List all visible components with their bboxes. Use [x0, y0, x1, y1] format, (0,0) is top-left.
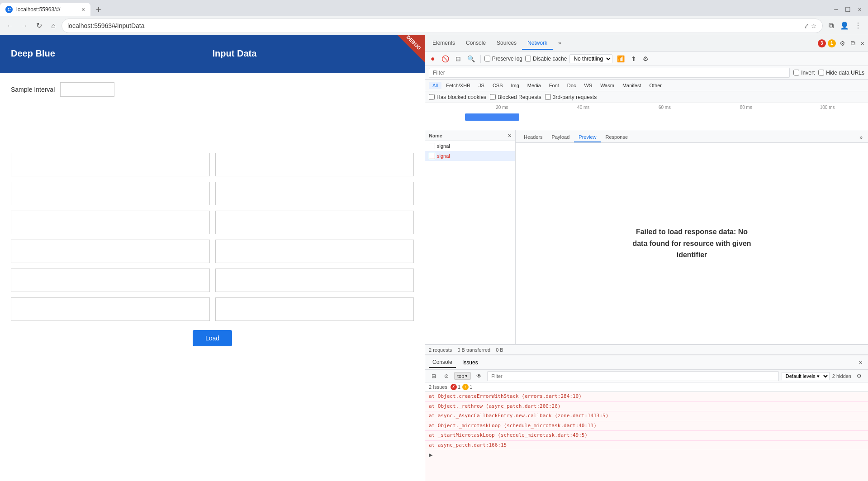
filter-all[interactable]: All [429, 82, 441, 89]
filter-wasm[interactable]: Wasm [597, 82, 618, 89]
filter-img[interactable]: Img [508, 82, 523, 89]
input-field-10[interactable] [215, 269, 414, 292]
share-icon[interactable]: ⤤ [804, 22, 809, 29]
console-tab-console[interactable]: Console [429, 357, 456, 368]
disable-cache-label[interactable]: Disable cache [525, 56, 567, 62]
input-field-1[interactable] [11, 153, 210, 176]
blocked-cookies-label[interactable]: Has blocked cookies [429, 94, 486, 100]
input-field-6[interactable] [215, 211, 414, 234]
detail-tab-response[interactable]: Response [601, 132, 632, 142]
input-field-3[interactable] [11, 182, 210, 205]
tab-console[interactable]: Console [460, 37, 491, 50]
filter-font[interactable]: Font [545, 82, 563, 89]
filter-doc[interactable]: Doc [564, 82, 580, 89]
clear-button[interactable]: 🚫 [440, 54, 451, 63]
hidden-count: 2 hidden [832, 373, 851, 379]
preserve-log-label[interactable]: Preserve log [484, 56, 522, 62]
hide-data-urls-label[interactable]: Hide data URLs [818, 70, 864, 76]
devtools-settings-button[interactable]: ⚙ [838, 38, 847, 49]
load-button[interactable]: Load [193, 330, 232, 346]
detail-tab-payload[interactable]: Payload [547, 132, 574, 142]
detail-close-button[interactable]: × [508, 132, 512, 139]
console-expand-arrow[interactable]: ▶ [425, 450, 868, 460]
input-field-9[interactable] [11, 269, 210, 292]
issues-error-count: ✗ 1 [451, 384, 460, 390]
hide-data-urls-checkbox[interactable] [818, 70, 824, 75]
forward-button[interactable]: → [18, 19, 31, 32]
home-button[interactable]: ⌂ [47, 19, 60, 32]
filter-css[interactable]: CSS [489, 82, 507, 89]
bookmark-icon[interactable]: ☆ [811, 22, 817, 29]
invert-checkbox[interactable] [793, 70, 799, 75]
sample-interval-input[interactable] [60, 82, 114, 97]
console-close-button[interactable]: × [857, 357, 864, 368]
back-button[interactable]: ← [4, 19, 16, 32]
input-field-4[interactable] [215, 182, 414, 205]
throttling-select[interactable]: No throttling [569, 54, 612, 63]
detail-tab-preview[interactable]: Preview [574, 132, 601, 142]
detail-tab-more[interactable]: » [858, 132, 864, 142]
input-field-2[interactable] [215, 153, 414, 176]
filter-fetch-xhr[interactable]: Fetch/XHR [442, 82, 474, 89]
input-field-5[interactable] [11, 211, 210, 234]
tab-elements[interactable]: Elements [427, 37, 460, 50]
tab-more[interactable]: » [553, 37, 567, 50]
console-dock-button[interactable]: ⊟ [429, 372, 439, 380]
search-button[interactable]: 🔍 [465, 54, 477, 63]
detail-tab-headers[interactable]: Headers [519, 132, 547, 142]
eye-button[interactable]: 👁 [474, 372, 484, 380]
filter-input[interactable] [429, 68, 790, 78]
new-tab-button[interactable]: + [92, 5, 105, 15]
filter-other[interactable]: Other [645, 82, 665, 89]
record-button[interactable]: ● [429, 54, 437, 64]
network-settings-button[interactable]: ⚙ [641, 54, 650, 63]
console-filter-input[interactable] [487, 371, 778, 381]
address-bar[interactable]: ⤤ ☆ [62, 19, 823, 33]
filter-media[interactable]: Media [524, 82, 545, 89]
address-input[interactable] [67, 22, 801, 29]
blocked-requests-label[interactable]: Blocked Requests [490, 94, 541, 100]
context-selector[interactable]: top ▾ [454, 372, 471, 380]
timeline-labels: 20 ms 40 ms 60 ms 80 ms 100 ms [425, 103, 868, 112]
third-party-checkbox[interactable] [545, 94, 551, 100]
blocked-cookies-checkbox[interactable] [429, 94, 435, 100]
console-settings-button[interactable]: ⚙ [854, 372, 864, 380]
upload-button[interactable]: ⬆ [629, 54, 638, 63]
filter-toggle-button[interactable]: ⊟ [454, 54, 463, 63]
active-tab[interactable]: C localhost:55963/#/ × [0, 3, 90, 16]
devtools-dock-button[interactable]: ⧉ [849, 38, 857, 49]
restore-button[interactable]: ☐ [842, 4, 854, 15]
filter-manifest[interactable]: Manifest [619, 82, 645, 89]
preserve-log-checkbox[interactable] [484, 56, 490, 61]
app-header: Deep Blue Input Data DEBUG [0, 35, 425, 71]
levels-select[interactable]: Default levels ▾ [782, 372, 830, 380]
wifi-icon[interactable]: 📶 [615, 54, 626, 63]
input-field-8[interactable] [215, 240, 414, 263]
filter-ws[interactable]: WS [580, 82, 596, 89]
tab-network[interactable]: Network [522, 37, 553, 50]
reload-button[interactable]: ↻ [33, 19, 45, 32]
network-row-signal-2[interactable]: signal [425, 151, 515, 161]
console-tab-issues[interactable]: Issues [459, 358, 482, 368]
filter-js[interactable]: JS [475, 82, 488, 89]
minimize-button[interactable]: ╌ [831, 4, 840, 15]
profile-button[interactable]: 👤 [838, 19, 851, 32]
main-content: Deep Blue Input Data DEBUG Sample Interv… [0, 35, 868, 481]
tab-sources[interactable]: Sources [491, 37, 522, 50]
blocked-requests-checkbox[interactable] [490, 94, 496, 100]
input-field-11[interactable] [11, 297, 210, 321]
tab-close-button[interactable]: × [81, 6, 85, 13]
browser-menu-button[interactable]: ⋮ [852, 19, 864, 32]
input-field-7[interactable] [11, 240, 210, 263]
input-field-12[interactable] [215, 297, 414, 321]
disable-cache-checkbox[interactable] [525, 56, 531, 61]
extensions-button[interactable]: ⧉ [825, 19, 837, 32]
close-window-button[interactable]: × [855, 4, 864, 15]
devtools-close-button[interactable]: × [859, 38, 866, 49]
app-title: Input Data [55, 48, 414, 59]
third-party-label[interactable]: 3rd-party requests [545, 94, 597, 100]
invert-label[interactable]: Invert [793, 70, 815, 76]
network-row-signal-1[interactable]: signal [425, 141, 515, 151]
console-clear-button[interactable]: ⊘ [441, 372, 451, 380]
toolbar-divider-1 [480, 55, 481, 63]
